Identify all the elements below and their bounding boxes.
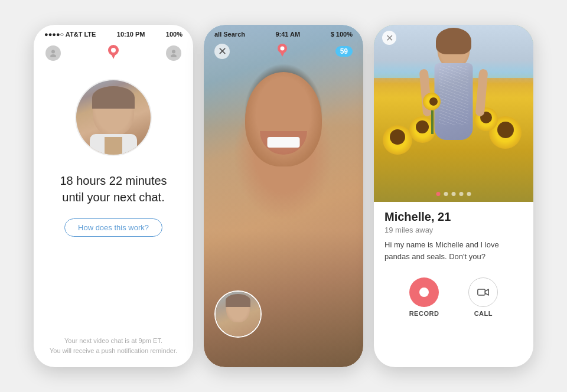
svg-point-4 [111, 48, 116, 53]
svg-point-10 [419, 288, 429, 297]
svg-marker-12 [485, 289, 489, 295]
record-label: RECORD [409, 310, 439, 317]
dot-1[interactable] [436, 192, 441, 196]
avatar-icon[interactable] [45, 45, 61, 61]
bottom-reminder-text: Your next video chat is at 9pm ET. You w… [34, 336, 193, 367]
close-button-2[interactable]: ✕ [214, 44, 230, 59]
profile-name-age: Michelle, 21 [384, 210, 523, 224]
dot-5[interactable] [467, 192, 471, 196]
app-logo-1 [107, 44, 120, 63]
main-content-1: 18 hours 22 minutes until your next chat… [34, 67, 193, 336]
status-bar-2: all Search 9:41 AM $ 100% [214, 31, 353, 38]
profile-info: Michelle, 21 19 miles away Hi my name is… [374, 202, 533, 367]
self-video-preview [214, 290, 262, 338]
dot-3[interactable] [452, 192, 456, 196]
battery-2: $ 100% [331, 31, 353, 38]
how-does-this-work-button[interactable]: How does this work? [64, 218, 162, 237]
top-bar-1 [34, 40, 193, 67]
profile-distance: 19 miles away [384, 226, 523, 234]
action-row: RECORD CALL [384, 273, 523, 323]
person-silhouette-icon [170, 49, 178, 57]
phone-3: ✕ Michelle, 21 19 miles away Hi my name … [374, 25, 533, 367]
call-label: CALL [474, 310, 493, 317]
profile-bio: Hi my name is Michelle and I love pandas… [384, 239, 523, 262]
svg-point-6 [171, 54, 177, 57]
record-circle-icon [418, 286, 430, 298]
svg-point-1 [50, 54, 56, 57]
app-logo-2 [276, 43, 288, 60]
svg-marker-8 [280, 52, 285, 57]
time-label: 10:10 PM [117, 31, 145, 38]
status-bar-1: ●●●●○ AT&T LTE 10:10 PM 100% [34, 25, 193, 40]
profile-photo: ✕ [374, 25, 533, 202]
svg-marker-3 [111, 54, 116, 59]
close-button-3[interactable]: ✕ [382, 31, 396, 45]
logo-pin-icon-2 [276, 43, 288, 57]
badge-count: 59 [335, 46, 353, 57]
video-camera-icon [477, 288, 489, 297]
photo-dots [436, 192, 471, 196]
record-icon [409, 277, 439, 307]
logo-pin-icon [107, 44, 120, 59]
person-icon [49, 49, 57, 57]
self-face [216, 292, 260, 337]
settings-icon[interactable] [166, 45, 181, 61]
time-2: 9:41 AM [275, 31, 300, 38]
record-button[interactable]: RECORD [409, 277, 439, 317]
carrier-2: all Search [214, 31, 245, 38]
svg-point-9 [281, 47, 285, 51]
svg-rect-11 [478, 289, 485, 295]
carrier-label: ●●●●○ AT&T LTE [44, 31, 96, 38]
phone-2: all Search 9:41 AM $ 100% ✕ 59 [204, 25, 363, 367]
svg-point-5 [172, 50, 175, 54]
svg-point-0 [51, 50, 55, 54]
top-icons-2: ✕ 59 [214, 43, 353, 60]
dot-2[interactable] [444, 192, 448, 196]
timer-text: 18 hours 22 minutes until your next chat… [60, 172, 167, 205]
phone-1: ●●●●○ AT&T LTE 10:10 PM 100% [34, 25, 193, 367]
call-icon [468, 277, 498, 307]
dot-4[interactable] [460, 192, 464, 196]
battery-label: 100% [166, 31, 183, 38]
call-button[interactable]: CALL [468, 277, 498, 317]
profile-avatar [75, 79, 152, 156]
